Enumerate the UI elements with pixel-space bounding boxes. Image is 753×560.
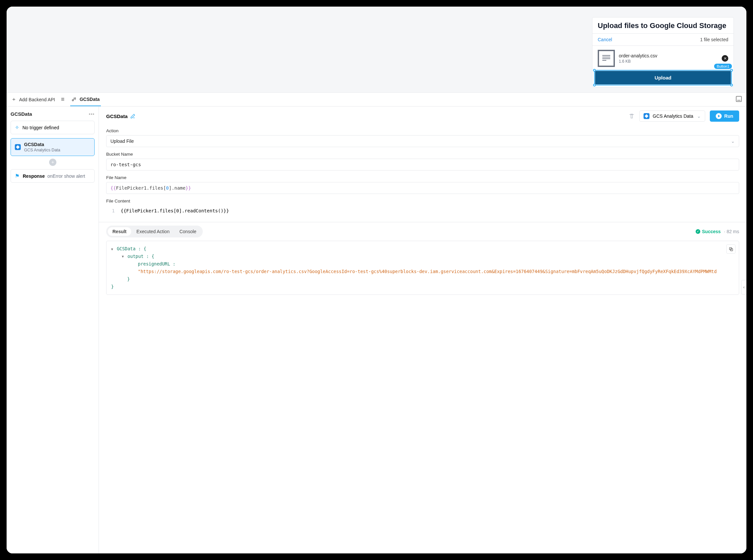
plus-icon: ＋ [11,96,17,103]
trigger-node[interactable]: ✧ No trigger defined [11,121,95,134]
action-value: Upload File [110,139,134,144]
svg-point-0 [72,100,74,101]
file-icon [598,50,615,67]
run-label: Run [724,114,733,119]
gcs-icon [15,144,21,150]
response-desc: onError show alert [47,174,85,179]
file-name: order-analytics.csv [619,53,718,58]
api-list-menu-icon[interactable]: ≡ [61,96,65,103]
response-node[interactable]: ⚑ Response onError show alert [11,169,95,183]
content-value: {{FilePicker1.files[0].readContents()}} [121,208,229,213]
api-tab-bar: ＋ Add Backend API ≡ GCSData [6,93,747,106]
chevron-down-icon: ⌄ [731,139,735,144]
integration-name: GCS Analytics Data [653,114,693,119]
step-title: GCSData [106,114,127,119]
bucket-label: Bucket Name [106,152,739,157]
line-number: 1 [110,208,115,213]
file-size: 1.6 KB [619,59,718,64]
filename-input[interactable]: {{FilePicker1.files[0].name}} [106,182,739,194]
tab-result[interactable]: Result [108,227,131,236]
cancel-button[interactable]: Cancel [598,37,612,42]
api-icon [72,96,77,103]
bolt-icon: ✧ [15,124,19,131]
filename-label: File Name [106,175,739,180]
result-output: ▼ GCSData : { ▼ output : { presignedURL … [106,241,739,295]
add-backend-api-label: Add Backend API [19,97,55,102]
flag-icon: ⚑ [15,173,19,179]
upload-card: Upload files to Google Cloud Storage Can… [592,17,734,87]
step-node-gcsdata[interactable]: GCSData GCS Analytics Data [11,138,95,156]
upload-button[interactable]: Upload [595,71,731,84]
sidebar-more-icon[interactable]: ••• [89,112,95,117]
step-integration: GCS Analytics Data [24,148,60,152]
integration-select[interactable]: GCS Analytics Data ⌄ [639,111,705,122]
bucket-input[interactable]: ro-test-gcs [106,159,739,171]
files-selected-count: 1 file selected [700,37,728,42]
response-label: Response [23,174,45,179]
tab-executed-action[interactable]: Executed Action [132,227,174,236]
trigger-label: No trigger defined [22,125,59,130]
sidebar-title: GCSData [11,111,32,117]
gcs-icon [644,113,650,119]
delete-step-icon[interactable] [629,113,635,119]
result-tabs: Result Executed Action Console [106,225,203,237]
tab-console[interactable]: Console [175,227,201,236]
content-editor[interactable]: 1 {{FilePicker1.files[0].readContents()}… [106,205,739,216]
run-button[interactable]: Run [710,111,739,122]
add-step-button[interactable]: ＋ [49,159,56,166]
file-item: order-analytics.csv 1.6 KB ✕ [592,46,734,71]
main-panel: GCSData GCS Analytics Data ⌄ Run [99,106,747,554]
action-label: Action [106,128,739,133]
content-label: File Content [106,199,739,203]
edit-name-icon[interactable] [130,114,136,119]
success-icon: ✓ [696,229,700,234]
status-success: Success [702,229,721,234]
bucket-value: ro-test-gcs [110,162,141,167]
play-icon [716,113,722,119]
chevron-down-icon: ⌄ [697,114,701,119]
upload-title: Upload files to Google Cloud Storage [592,18,734,33]
collapse-panel-icon[interactable] [736,96,742,102]
tab-gcsdata[interactable]: GCSData [70,93,101,106]
duration: 82 ms [727,229,739,234]
copy-icon[interactable] [726,244,735,254]
step-name: GCSData [24,142,60,147]
remove-file-icon[interactable]: ✕ [722,55,728,62]
action-select[interactable]: Upload File ⌄ [106,135,739,147]
steps-sidebar: GCSData ••• ✧ No trigger defined GCSData… [6,106,99,554]
canvas-area: Upload files to Google Cloud Storage Can… [6,6,747,92]
right-panel-toggle[interactable]: ‹ [741,280,747,295]
tab-label: GCSData [79,97,100,102]
add-backend-api-button[interactable]: ＋ Add Backend API [11,96,55,103]
selection-tag: Button1 [714,64,732,69]
